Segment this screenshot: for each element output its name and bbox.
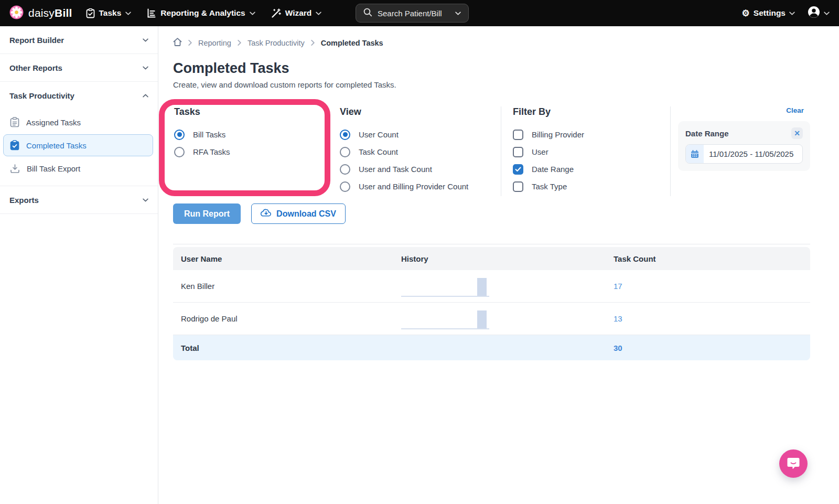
nav-menu-tasks-label: Tasks	[99, 8, 122, 18]
close-icon: ✕	[794, 129, 800, 137]
nav-account-menu[interactable]	[808, 6, 830, 20]
radio-rfa-tasks[interactable]: RFA Tasks	[174, 143, 340, 160]
cloud-download-icon	[261, 209, 272, 219]
radio-bill-tasks[interactable]: Bill Tasks	[174, 126, 340, 143]
history-sparkline	[401, 308, 489, 329]
tasks-heading: Tasks	[174, 106, 340, 117]
chevron-down-icon	[455, 12, 461, 15]
date-range-input[interactable]	[704, 149, 802, 158]
radio-unselected-icon	[340, 147, 350, 157]
download-csv-label: Download CSV	[276, 209, 336, 219]
radio-user-count[interactable]: User Count	[340, 126, 501, 143]
sidebar: Report Builder Other Reports Task Produc…	[0, 26, 158, 504]
breadcrumb-separator-icon	[237, 40, 242, 46]
date-range-card: Date Range ✕	[678, 121, 810, 171]
sparkline-bar	[477, 278, 487, 296]
checkbox-user[interactable]: User	[513, 143, 670, 160]
clear-filters-link[interactable]: Clear	[786, 106, 810, 114]
sidebar-item-assigned-tasks[interactable]: Assigned Tasks	[3, 111, 153, 133]
calendar-icon	[686, 145, 704, 163]
history-sparkline	[401, 276, 489, 297]
report-filters: Tasks Bill Tasks RFA Tasks View	[173, 103, 810, 196]
nav-menu-wizard-label: Wizard	[285, 8, 312, 18]
sidebar-item-label: Assigned Tasks	[26, 118, 81, 127]
chat-widget-button[interactable]	[779, 449, 808, 478]
sidebar-item-label: Bill Task Export	[27, 164, 80, 173]
table-header-row: User Name History Task Count	[173, 247, 810, 270]
task-count-link[interactable]: 13	[606, 314, 810, 323]
breadcrumb: Reporting Task Productivity Completed Ta…	[173, 38, 810, 48]
brand-name: daisyBill	[28, 7, 72, 19]
column-header-history: History	[393, 254, 606, 263]
date-range-label: Date Range	[685, 129, 729, 138]
checkbox-date-range[interactable]: Date Range	[513, 160, 670, 178]
gear-icon: ⚙	[742, 9, 750, 18]
table-total-row: Total 30	[173, 335, 810, 360]
page-title: Completed Tasks	[173, 60, 810, 77]
remove-date-range-button[interactable]: ✕	[791, 127, 803, 139]
date-range-input-wrap[interactable]	[685, 144, 803, 164]
radio-unselected-icon	[340, 181, 350, 192]
nav-menu-wizard[interactable]: Wizard	[271, 8, 322, 18]
sidebar-item-bill-task-export[interactable]: Bill Task Export	[3, 157, 153, 179]
radio-selected-icon	[340, 130, 350, 140]
search-placeholder: Search Patient/Bill	[378, 9, 450, 18]
clipboard-icon	[86, 8, 95, 18]
download-csv-button[interactable]: Download CSV	[251, 203, 346, 224]
nav-menu-reporting-label: Reporting & Analytics	[160, 8, 245, 18]
section-label: Task Productivity	[9, 91, 74, 100]
run-report-button[interactable]: Run Report	[173, 203, 241, 224]
radio-label: Task Count	[359, 147, 398, 156]
checkbox-unchecked-icon	[513, 130, 523, 140]
clipboard-list-icon	[10, 117, 19, 127]
nav-menu-reporting-analytics[interactable]: Reporting & Analytics	[147, 8, 255, 18]
chevron-down-icon	[143, 38, 148, 42]
section-label: Other Reports	[9, 63, 62, 72]
search-icon	[363, 8, 372, 18]
radio-task-count[interactable]: Task Count	[340, 143, 501, 160]
sparkline-bar	[477, 310, 487, 328]
breadcrumb-link-task-productivity[interactable]: Task Productivity	[248, 39, 305, 47]
sidebar-section-exports[interactable]: Exports	[0, 186, 158, 213]
home-icon[interactable]	[173, 38, 182, 48]
filter-by-section: Filter By Billing Provider User D	[501, 103, 670, 196]
checkbox-task-type[interactable]: Task Type	[513, 178, 670, 195]
chevron-down-icon	[824, 12, 830, 15]
filter-by-heading: Filter By	[513, 106, 670, 117]
task-count-link[interactable]: 17	[606, 282, 810, 291]
checkbox-label: User	[532, 147, 548, 156]
radio-label: User and Task Count	[359, 165, 432, 174]
results-table: User Name History Task Count Ken Biller …	[173, 247, 810, 360]
nav-settings[interactable]: ⚙ Settings	[742, 8, 795, 18]
radio-user-and-task-count[interactable]: User and Task Count	[340, 160, 501, 178]
section-label: Report Builder	[9, 36, 64, 45]
breadcrumb-separator-icon	[310, 40, 315, 46]
view-heading: View	[340, 106, 501, 117]
section-label: Exports	[9, 196, 39, 205]
checkbox-label: Date Range	[532, 165, 574, 174]
sidebar-item-completed-tasks[interactable]: Completed Tasks	[3, 134, 153, 156]
search-patient-bill[interactable]: Search Patient/Bill	[356, 4, 469, 23]
radio-selected-icon	[174, 130, 185, 140]
chevron-down-icon	[143, 198, 148, 202]
history-cell	[393, 276, 606, 297]
breadcrumb-current: Completed Tasks	[321, 39, 383, 47]
bar-chart-icon	[147, 8, 156, 18]
nav-menu-tasks[interactable]: Tasks	[86, 8, 132, 18]
breadcrumb-link-reporting[interactable]: Reporting	[198, 39, 231, 47]
sidebar-section-report-builder[interactable]: Report Builder	[0, 26, 158, 53]
sidebar-section-task-productivity[interactable]: Task Productivity	[0, 82, 158, 109]
table-row: Rodrigo de Paul 13	[173, 303, 810, 335]
history-cell	[393, 308, 606, 329]
chevron-down-icon	[125, 12, 131, 15]
user-name-cell: Rodrigo de Paul	[173, 314, 393, 323]
daisy-flower-icon	[9, 5, 24, 22]
checkbox-unchecked-icon	[513, 147, 523, 157]
checkbox-billing-provider[interactable]: Billing Provider	[513, 126, 670, 143]
top-navbar: daisyBill Tasks Reporting & Analytics Wi…	[0, 0, 839, 26]
radio-label: Bill Tasks	[193, 130, 225, 139]
sidebar-section-other-reports[interactable]: Other Reports	[0, 54, 158, 81]
radio-user-and-billing-provider-count[interactable]: User and Billing Provider Count	[340, 178, 501, 195]
total-count-link[interactable]: 30	[606, 344, 810, 352]
daisybill-logo[interactable]: daisyBill	[9, 5, 72, 22]
